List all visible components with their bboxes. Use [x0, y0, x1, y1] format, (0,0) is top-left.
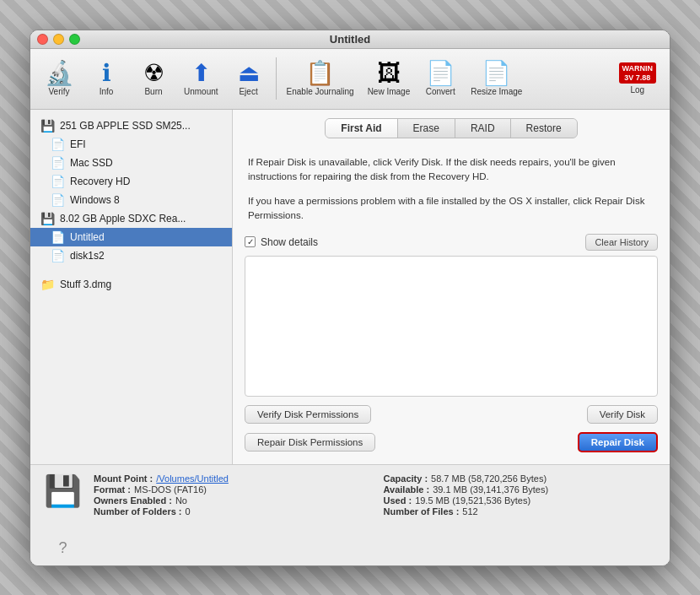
- folders-row: Number of Folders : 0: [94, 506, 367, 517]
- sidebar-gap: [30, 265, 232, 275]
- eject-button[interactable]: ⏏ Eject: [227, 58, 271, 100]
- verify-icon: 🔬: [45, 62, 74, 85]
- window-title: Untitled: [330, 33, 370, 46]
- action-row-1: Verify Disk Permissions Verify Disk: [245, 405, 658, 424]
- eject-icon: ⏏: [238, 62, 260, 85]
- used-row: Used : 19.5 MB (19,521,536 Bytes): [384, 495, 657, 506]
- available-label: Available :: [384, 484, 430, 495]
- traffic-lights: [37, 34, 80, 45]
- sidebar-item-recovery-hd[interactable]: 📄 Recovery HD: [30, 172, 232, 191]
- sidebar-item-stuff-dmg[interactable]: 📁 Stuff 3.dmg: [30, 275, 232, 294]
- owners-value: No: [175, 495, 187, 506]
- maximize-button[interactable]: [69, 34, 80, 45]
- log-badge: WARNIN 3V 7.88: [619, 62, 657, 84]
- toolbar: 🔬 Verify ℹ Info ☢ Burn ⬆ Unmount ⏏ Eject…: [30, 49, 670, 110]
- burn-button[interactable]: ☢ Burn: [132, 58, 175, 100]
- log-area: [245, 256, 658, 397]
- owners-label: Owners Enabled :: [94, 495, 172, 506]
- sdcard-icon: 💾: [40, 212, 55, 225]
- info-grid: Mount Point : /Volumes/Untitled Capacity…: [94, 473, 656, 517]
- verify-disk-permissions-button[interactable]: Verify Disk Permissions: [245, 405, 371, 424]
- partition-icon: 📄: [51, 138, 65, 151]
- volume-icon: 📄: [51, 230, 65, 244]
- dmg-icon: 📁: [40, 278, 55, 291]
- show-details-row: Show details Clear History: [245, 234, 658, 251]
- disk-large-icon: 💾: [44, 473, 82, 509]
- sidebar-item-windows8[interactable]: 📄 Windows 8: [30, 191, 232, 209]
- capacity-value: 58.7 MB (58,720,256 Bytes): [431, 473, 547, 484]
- sidebar-item-efi[interactable]: 📄 EFI: [30, 135, 232, 154]
- clear-history-button[interactable]: Clear History: [585, 234, 658, 251]
- resize-image-icon: 📄: [482, 62, 511, 85]
- used-label: Used :: [384, 495, 412, 506]
- first-aid-desc1: If Repair Disk is unavailable, click Ver…: [245, 155, 658, 185]
- tab-restore[interactable]: Restore: [511, 119, 577, 138]
- sidebar-item-disk1s2[interactable]: 📄 disk1s2: [30, 246, 232, 265]
- log-label: Log: [630, 85, 644, 95]
- files-value: 512: [462, 506, 477, 517]
- content-area: 💾 251 GB APPLE SSD SM25... 📄 EFI 📄 Mac S…: [30, 110, 670, 464]
- toolbar-separator: [276, 57, 277, 100]
- partition-icon: 📄: [51, 156, 65, 170]
- verify-button[interactable]: 🔬 Verify: [37, 58, 81, 100]
- new-image-button[interactable]: 🖼 New Image: [363, 58, 416, 100]
- mount-point-value[interactable]: /Volumes/Untitled: [156, 473, 229, 484]
- show-details-label: Show details: [245, 236, 318, 248]
- sidebar-item-apple-ssd[interactable]: 💾 251 GB APPLE SSD SM25...: [30, 116, 232, 135]
- repair-disk-button[interactable]: Repair Disk: [578, 432, 658, 452]
- new-image-label: New Image: [368, 87, 411, 96]
- unmount-button[interactable]: ⬆ Unmount: [179, 58, 223, 100]
- repair-disk-permissions-button[interactable]: Repair Disk Permissions: [245, 433, 375, 452]
- hdd-icon: 💾: [40, 119, 55, 133]
- resize-image-label: Resize Image: [471, 87, 522, 96]
- tab-bar: First Aid Erase RAID Restore: [325, 118, 577, 138]
- available-value: 39.1 MB (39,141,376 Bytes): [433, 484, 548, 495]
- convert-label: Convert: [426, 87, 455, 96]
- log-button[interactable]: WARNIN 3V 7.88 Log: [612, 59, 664, 99]
- sidebar-item-untitled[interactable]: 📄 Untitled: [30, 228, 232, 246]
- burn-label: Burn: [144, 87, 162, 96]
- tab-raid[interactable]: RAID: [455, 119, 511, 138]
- burn-icon: ☢: [143, 62, 164, 85]
- files-label: Number of Files :: [384, 506, 460, 517]
- folders-value: 0: [186, 506, 191, 517]
- format-row: Format : MS-DOS (FAT16): [94, 484, 367, 495]
- capacity-label: Capacity :: [384, 473, 428, 484]
- sidebar: 💾 251 GB APPLE SSD SM25... 📄 EFI 📄 Mac S…: [30, 110, 233, 464]
- close-button[interactable]: [37, 34, 48, 45]
- available-row: Available : 39.1 MB (39,141,376 Bytes): [384, 484, 657, 495]
- eject-label: Eject: [239, 87, 257, 96]
- mount-point-row: Mount Point : /Volumes/Untitled: [94, 473, 367, 484]
- verify-disk-button[interactable]: Verify Disk: [587, 405, 658, 424]
- enable-journaling-label: Enable Journaling: [287, 87, 354, 96]
- right-panel: First Aid Erase RAID Restore If Repair D…: [233, 110, 670, 464]
- partition-icon: 📄: [51, 193, 65, 207]
- info-button[interactable]: ℹ Info: [84, 58, 128, 100]
- sidebar-item-apple-sdxc[interactable]: 💾 8.02 GB Apple SDXC Rea...: [30, 209, 232, 228]
- sidebar-item-mac-ssd[interactable]: 📄 Mac SSD: [30, 154, 232, 172]
- verify-label: Verify: [48, 87, 69, 96]
- info-bar: 💾 ? Mount Point : /Volumes/Untitled Capa…: [30, 464, 670, 565]
- format-label: Format :: [94, 484, 131, 495]
- enable-journaling-icon: 📋: [305, 62, 335, 85]
- used-value: 19.5 MB (19,521,536 Bytes): [415, 495, 530, 506]
- help-icon[interactable]: ?: [58, 539, 67, 557]
- show-details-checkbox[interactable]: [245, 236, 256, 247]
- tab-first-aid[interactable]: First Aid: [326, 119, 397, 138]
- convert-button[interactable]: 📄 Convert: [418, 58, 462, 100]
- titlebar: Untitled: [30, 30, 670, 49]
- resize-image-button[interactable]: 📄 Resize Image: [466, 58, 527, 100]
- mount-point-label: Mount Point :: [94, 473, 153, 484]
- main-window: Untitled 🔬 Verify ℹ Info ☢ Burn ⬆ Unmoun…: [30, 30, 670, 566]
- partition2-icon: 📄: [51, 249, 65, 262]
- tab-erase[interactable]: Erase: [398, 119, 455, 138]
- unmount-icon: ⬆: [191, 62, 211, 85]
- info-label: Info: [100, 87, 114, 96]
- format-value: MS-DOS (FAT16): [134, 484, 207, 495]
- minimize-button[interactable]: [53, 34, 64, 45]
- partition-icon: 📄: [51, 175, 65, 188]
- action-row-2: Repair Disk Permissions Repair Disk: [245, 432, 658, 452]
- enable-journaling-button[interactable]: 📋 Enable Journaling: [282, 58, 359, 100]
- files-row: Number of Files : 512: [384, 506, 657, 517]
- unmount-label: Unmount: [184, 87, 218, 96]
